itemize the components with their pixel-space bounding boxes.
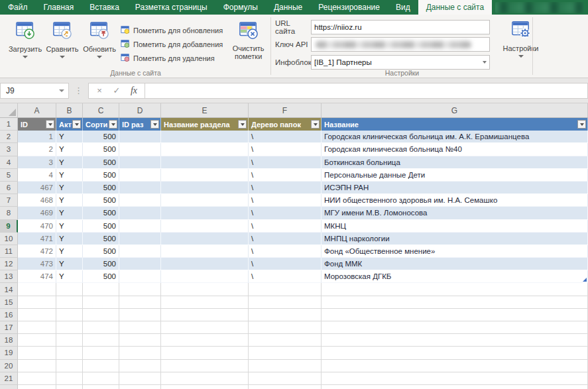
cell[interactable] (249, 372, 322, 385)
cell-sort[interactable]: 500 (83, 245, 119, 258)
mark-for-delete-button[interactable]: Пометить для удаления (121, 51, 223, 65)
cell-section-id[interactable] (119, 207, 161, 219)
cell[interactable] (322, 283, 588, 296)
header-cell-folder-tree[interactable]: Дерево папок (249, 118, 322, 131)
enter-entry-button[interactable]: ✓ (109, 85, 125, 95)
chevron-down-icon[interactable] (59, 89, 64, 92)
row-header[interactable]: 8 (0, 207, 18, 219)
cell[interactable] (322, 321, 588, 334)
filter-button[interactable] (72, 120, 81, 129)
cell[interactable] (322, 385, 588, 389)
site-url-input[interactable] (311, 20, 490, 34)
cell-section-name[interactable] (161, 131, 249, 143)
cell-active[interactable]: Y (56, 194, 83, 207)
tab-home[interactable]: Главная (36, 0, 82, 15)
cell[interactable] (249, 334, 322, 347)
cell-name[interactable]: Городская клиническая больница им. А.К. … (322, 131, 588, 143)
cell[interactable] (119, 283, 161, 296)
compare-button[interactable]: Сравнить (44, 18, 81, 58)
cell[interactable] (83, 296, 119, 309)
cell[interactable] (119, 296, 161, 309)
cell[interactable] (119, 372, 161, 385)
filter-button[interactable] (238, 120, 247, 129)
cell-section-name[interactable] (161, 143, 249, 156)
row-header[interactable]: 13 (0, 270, 18, 283)
cell-name[interactable]: Фонд «Общественное мнение» (322, 245, 588, 258)
cell-section-name[interactable] (161, 270, 249, 283)
cell-active[interactable]: Y (56, 182, 83, 194)
cell[interactable] (18, 372, 56, 385)
cell[interactable] (161, 321, 249, 334)
cell-section-id[interactable] (119, 245, 161, 258)
cell[interactable] (56, 360, 83, 372)
cell[interactable] (161, 296, 249, 309)
header-cell-section-id[interactable]: ID раз (119, 118, 161, 131)
cell-sort[interactable]: 500 (83, 169, 119, 182)
cell-section-id[interactable] (119, 169, 161, 182)
column-header-a[interactable]: A (18, 103, 56, 117)
cell[interactable] (18, 283, 56, 296)
cell-folder-tree[interactable]: \ (249, 207, 322, 219)
cell-folder-tree[interactable]: \ (249, 220, 322, 233)
cell-name[interactable]: ИСЭПН РАН (322, 182, 588, 194)
cell-active[interactable]: Y (56, 169, 83, 182)
cell-name[interactable]: Городская клиническая больница №40 (322, 143, 588, 156)
cell[interactable] (56, 385, 83, 389)
cell[interactable] (18, 334, 56, 347)
row-header[interactable]: 5 (0, 169, 18, 182)
cell-name[interactable]: Морозовская ДГКБ (322, 270, 588, 283)
cell-section-id[interactable] (119, 131, 161, 143)
row-header[interactable]: 20 (0, 360, 18, 372)
cell-section-name[interactable] (161, 194, 249, 207)
filter-button[interactable] (150, 120, 159, 129)
cell-active[interactable]: Y (56, 143, 83, 156)
cell-id[interactable]: 469 (18, 207, 56, 219)
cell-folder-tree[interactable]: \ (249, 194, 322, 207)
mark-for-update-button[interactable]: Пометить для обновления (121, 23, 223, 37)
cell-id[interactable]: 470 (18, 220, 56, 233)
cell-active[interactable]: Y (56, 131, 83, 143)
row-header[interactable]: 7 (0, 194, 18, 207)
formula-input[interactable] (145, 83, 588, 99)
cell-id[interactable]: 474 (18, 270, 56, 283)
cell[interactable] (119, 347, 161, 359)
cancel-entry-button[interactable]: × (91, 85, 107, 95)
cell-active[interactable]: Y (56, 156, 83, 169)
cell[interactable] (83, 334, 119, 347)
column-header-g[interactable]: G (322, 103, 588, 117)
row-header[interactable]: 15 (0, 296, 18, 309)
cell-folder-tree[interactable]: \ (249, 182, 322, 194)
column-header-e[interactable]: E (161, 103, 249, 117)
tab-page-layout[interactable]: Разметка страницы (127, 0, 215, 15)
cell-folder-tree[interactable]: \ (249, 270, 322, 283)
insert-function-button[interactable]: fx (126, 85, 142, 96)
cell[interactable] (119, 385, 161, 389)
cell-name[interactable]: МКНЦ (322, 220, 588, 233)
cell-folder-tree[interactable]: \ (249, 245, 322, 258)
row-header[interactable]: 2 (0, 131, 18, 143)
refresh-button[interactable]: Обновить (81, 18, 118, 58)
cell[interactable] (161, 372, 249, 385)
cell[interactable] (119, 321, 161, 334)
row-header[interactable]: 12 (0, 258, 18, 270)
clear-marks-button[interactable]: Очиститьпометки (228, 18, 268, 60)
infoblock-select[interactable]: [IB_1] Партнеры (311, 55, 490, 70)
header-cell-section-name[interactable]: Название раздела (161, 118, 249, 131)
cell-section-id[interactable] (119, 182, 161, 194)
header-cell-name[interactable]: Название (322, 118, 588, 131)
cell[interactable] (56, 372, 83, 385)
row-header[interactable]: 11 (0, 245, 18, 258)
cell[interactable] (161, 385, 249, 389)
cell-id[interactable]: 2 (18, 143, 56, 156)
filter-button[interactable] (577, 120, 586, 129)
cell-id[interactable]: 471 (18, 233, 56, 245)
cell-sort[interactable]: 500 (83, 131, 119, 143)
row-header[interactable]: 4 (0, 156, 18, 169)
tab-insert[interactable]: Вставка (82, 0, 127, 15)
cell-section-name[interactable] (161, 156, 249, 169)
cell-name[interactable]: МНПЦ наркологии (322, 233, 588, 245)
load-button[interactable]: Загрузить (7, 18, 44, 58)
cell-folder-tree[interactable]: \ (249, 233, 322, 245)
filter-button[interactable] (109, 120, 117, 129)
cell-folder-tree[interactable]: \ (249, 156, 322, 169)
